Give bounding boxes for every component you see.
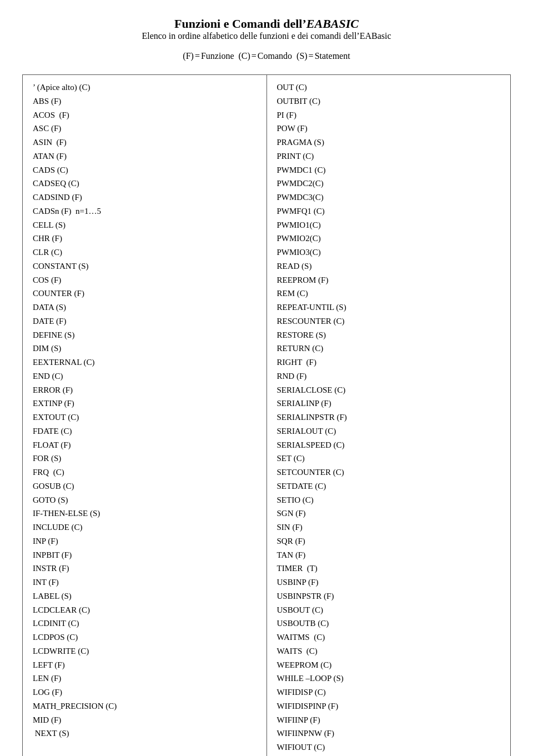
list-item: END (C) <box>33 369 257 383</box>
list-item: LCDWRITE (C) <box>33 644 257 658</box>
list-item: CHR (F) <box>33 232 257 246</box>
list-item: MATH_PRECISION (C) <box>33 699 257 713</box>
list-item: READ (S) <box>277 259 501 273</box>
list-item: FLOAT (F) <box>33 438 257 452</box>
list-item: CADSEQ (C) <box>33 177 257 191</box>
list-item: RETURN (C) <box>277 342 501 356</box>
list-item: SIN (F) <box>277 520 501 534</box>
list-item: USBINPSTR (F) <box>277 589 501 603</box>
list-item: WIFIINPNW (F) <box>277 727 501 740</box>
list-item: ’ (Apice alto) (C) <box>33 81 257 94</box>
list-item: SGN (F) <box>277 507 501 520</box>
list-item: RESCOUNTER (C) <box>277 314 501 328</box>
list-item: PWMFQ1 (C) <box>277 204 501 218</box>
list-item: GOTO (S) <box>33 493 257 507</box>
list-item: WIFIINP (F) <box>277 713 501 727</box>
list-item: PWMDC1 (C) <box>277 163 501 177</box>
list-item: WAITMS (C) <box>277 630 501 644</box>
list-item: CADSn (F) n=1…5 <box>33 204 257 218</box>
list-item: WIFIDISPINP (F) <box>277 699 501 713</box>
list-item: SETIO (C) <box>277 493 501 507</box>
list-item: EXTOUT (C) <box>33 410 257 424</box>
list-item: ASC (F) <box>33 122 257 136</box>
list-item: POW (F) <box>277 122 501 136</box>
list-item: MID (F) <box>33 713 257 727</box>
list-item: USBOUTB (C) <box>277 617 501 630</box>
list-item: USBINP (F) <box>277 575 501 589</box>
list-item: SERIALSPEED (C) <box>277 438 501 452</box>
list-item: DATA (S) <box>33 301 257 314</box>
left-column: ’ (Apice alto) (C)ABS (F)ACOS (F)ASC (F)… <box>23 75 267 757</box>
commands-table: ’ (Apice alto) (C)ABS (F)ACOS (F)ASC (F)… <box>22 74 511 756</box>
list-item: ACOS (F) <box>33 108 257 122</box>
list-item: CONSTANT (S) <box>33 259 257 273</box>
list-item: SERIALOUT (C) <box>277 424 501 438</box>
list-item: ATAN (F) <box>33 149 257 163</box>
list-item: RND (F) <box>277 369 501 383</box>
list-item: INPBIT (F) <box>33 548 257 562</box>
list-item: SQR (F) <box>277 534 501 548</box>
list-item: PWMIO2(C) <box>277 232 501 246</box>
list-item: PWMIO3(C) <box>277 246 501 259</box>
list-item: ABS (F) <box>33 94 257 108</box>
list-item: FDATE (C) <box>33 424 257 438</box>
list-item: WEEPROM (C) <box>277 658 501 672</box>
list-item: PRAGMA (S) <box>277 136 501 149</box>
list-item: EXTINP (F) <box>33 397 257 410</box>
list-item: ASIN (F) <box>33 136 257 149</box>
list-item: WIFIDISP (C) <box>277 685 501 699</box>
list-item: WAITS (C) <box>277 644 501 658</box>
list-item: WIFIOUT (C) <box>277 740 501 754</box>
list-item: REM (C) <box>277 287 501 301</box>
list-item: LEN (F) <box>33 672 257 685</box>
list-item: SERIALCLOSE (C) <box>277 383 501 397</box>
list-item: OUTBIT (C) <box>277 94 501 108</box>
list-item: PI (F) <box>277 108 501 122</box>
list-item: LCDINIT (C) <box>33 617 257 630</box>
list-item: INSTR (F) <box>33 562 257 575</box>
list-item: REEPROM (F) <box>277 273 501 287</box>
list-item: SETDATE (C) <box>277 479 501 493</box>
list-item: RIGHT (F) <box>277 356 501 369</box>
list-item: FOR (S) <box>33 452 257 465</box>
page-title: Funzioni e Comandi dell’EABASIC Elenco i… <box>22 17 511 41</box>
list-item: INP (F) <box>33 534 257 548</box>
list-item: CADS (C) <box>33 163 257 177</box>
list-item: COUNTER (F) <box>33 287 257 301</box>
list-item: PWMIO1(C) <box>277 218 501 232</box>
list-item: GOSUB (C) <box>33 479 257 493</box>
list-item: TIMER (T) <box>277 562 501 575</box>
list-item: NEXT (S) <box>33 727 257 740</box>
list-item: SERIALINP (F) <box>277 397 501 410</box>
list-item: OUT (C) <box>277 81 501 94</box>
list-item: DEFINE (S) <box>33 328 257 342</box>
subtitle: Elenco in ordine alfabetico delle funzio… <box>22 31 511 41</box>
list-item: EEXTERNAL (C) <box>33 356 257 369</box>
list-item: LCDCLEAR (C) <box>33 603 257 617</box>
title-plain: Funzioni e Comandi dell’ <box>174 17 306 31</box>
list-item: SERIALINPSTR (F) <box>277 410 501 424</box>
list-item: INT (F) <box>33 575 257 589</box>
list-item: INCLUDE (C) <box>33 520 257 534</box>
list-item: TAN (F) <box>277 548 501 562</box>
list-item: RESTORE (S) <box>277 328 501 342</box>
list-item: CLR (C) <box>33 246 257 259</box>
list-item: IF-THEN-ELSE (S) <box>33 507 257 520</box>
list-item: LCDPOS (C) <box>33 630 257 644</box>
list-item: COS (F) <box>33 273 257 287</box>
list-item: REPEAT-UNTIL (S) <box>277 301 501 314</box>
list-item: LOG (F) <box>33 685 257 699</box>
list-item: LABEL (S) <box>33 589 257 603</box>
legend: (F) = Funzione (C) = Comando (S) = State… <box>22 51 511 61</box>
list-item: USBOUT (C) <box>277 603 501 617</box>
list-item: SETCOUNTER (C) <box>277 465 501 479</box>
list-item: ERROR (F) <box>33 383 257 397</box>
list-item: SET (C) <box>277 452 501 465</box>
list-item: CADSIND (F) <box>33 191 257 204</box>
list-item: WHILE –LOOP (S) <box>277 672 501 685</box>
list-item: DIM (S) <box>33 342 257 356</box>
right-column: OUT (C)OUTBIT (C)PI (F)POW (F)PRAGMA (S)… <box>266 75 511 757</box>
list-item: LEFT (F) <box>33 658 257 672</box>
list-item: PWMDC2(C) <box>277 177 501 191</box>
title-italic: EABASIC <box>306 17 359 31</box>
